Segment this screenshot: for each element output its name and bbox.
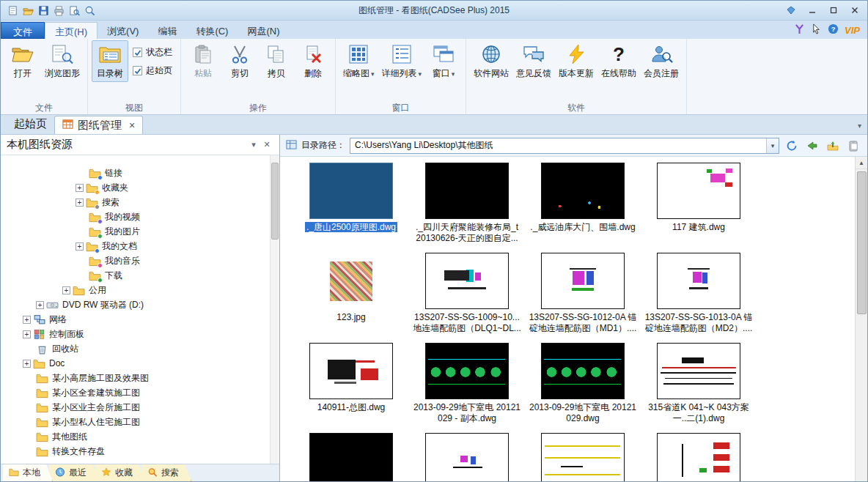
open-file-icon[interactable]: [22, 4, 34, 16]
feedback-button[interactable]: 意见反馈: [512, 40, 555, 82]
tree-item[interactable]: +搜索: [1, 195, 270, 210]
save-icon[interactable]: [37, 4, 50, 16]
pane-menu-chevron-icon[interactable]: ▾: [247, 140, 260, 149]
file-thumbnail[interactable]: [541, 163, 625, 219]
copy-button[interactable]: 拷贝: [258, 40, 295, 82]
pane-close-icon[interactable]: ✕: [260, 140, 273, 149]
scroll-up-icon[interactable]: ▲: [856, 157, 868, 169]
expand-plus-icon[interactable]: +: [76, 242, 84, 251]
minimize-button[interactable]: [802, 4, 822, 18]
tree-item[interactable]: 我的视频: [1, 210, 270, 224]
file-item[interactable]: 123.jpg: [296, 253, 406, 343]
tree-item[interactable]: 某小型私人住宅施工图: [1, 415, 270, 429]
file-item[interactable]: ._唐山2500原理图.dwg: [296, 163, 406, 253]
tree-item[interactable]: 回收站: [1, 341, 270, 356]
file-item[interactable]: [412, 433, 522, 481]
tab-start-page[interactable]: 起始页: [7, 114, 54, 134]
expand-plus-icon[interactable]: +: [76, 199, 84, 207]
magic-tool-icon[interactable]: [794, 23, 805, 37]
expand-plus-icon[interactable]: +: [76, 184, 84, 192]
refresh-button[interactable]: [784, 138, 800, 154]
sidebar-tab-搜索[interactable]: 搜索: [141, 464, 191, 481]
tab-file[interactable]: 文件: [1, 22, 45, 39]
tab-netdisk[interactable]: 网盘(N): [238, 22, 289, 39]
tab-drawing-management[interactable]: 图纸管理 ×: [54, 116, 143, 134]
path-combobox[interactable]: ▾: [350, 138, 779, 154]
page-zoom-icon[interactable]: [84, 4, 96, 16]
file-thumbnail[interactable]: [541, 343, 625, 399]
gem-icon[interactable]: [781, 4, 801, 18]
tree-item[interactable]: 我的图片: [1, 224, 270, 239]
tab-convert[interactable]: 转换(C): [186, 22, 238, 39]
statusbar-checkbox[interactable]: 状态栏: [133, 46, 172, 59]
expand-plus-icon[interactable]: +: [62, 286, 70, 294]
file-thumbnail[interactable]: [657, 343, 740, 399]
sidebar-tab-本地[interactable]: 本地: [3, 464, 53, 481]
file-item[interactable]: [644, 433, 754, 481]
expand-plus-icon[interactable]: +: [23, 360, 31, 368]
window-button[interactable]: 窗口▾: [425, 40, 462, 82]
tree-item[interactable]: 我的音乐: [1, 253, 270, 268]
file-item[interactable]: 13S207-SS-SG-1012-0A 锚碇地连墙配筋图（MD1）....: [528, 253, 638, 343]
cut-button[interactable]: 剪切: [221, 40, 258, 82]
file-item[interactable]: 2013-09-29地下室电 20121029 - 副本.dwg: [412, 343, 522, 433]
file-thumbnail[interactable]: [425, 163, 509, 219]
file-item[interactable]: [296, 433, 406, 481]
tree-item[interactable]: +Doc: [1, 356, 270, 371]
up-folder-button[interactable]: [825, 138, 841, 154]
tree-item[interactable]: 转换文件存盘: [1, 444, 270, 459]
content-scrollbar[interactable]: ▲: [855, 157, 867, 481]
print-icon[interactable]: [53, 4, 65, 16]
file-thumbnail[interactable]: [309, 433, 393, 481]
tree-item[interactable]: 链接: [1, 166, 270, 180]
combo-dropdown-icon[interactable]: ▾: [766, 138, 779, 153]
content-scrollbar-thumb[interactable]: [857, 171, 867, 314]
tab-home[interactable]: 主页(H): [45, 22, 98, 39]
online-help-button[interactable]: ? 在线帮助: [597, 40, 640, 82]
path-input[interactable]: [350, 141, 766, 151]
detail-list-button[interactable]: 详细列表▾: [378, 40, 426, 82]
file-thumbnail[interactable]: [425, 433, 509, 481]
help-icon[interactable]: ?: [828, 23, 839, 37]
maximize-button[interactable]: [823, 4, 843, 18]
tab-view[interactable]: 浏览(V): [98, 22, 148, 39]
file-item[interactable]: 117 建筑.dwg: [644, 163, 754, 253]
new-document-icon[interactable]: [7, 4, 19, 16]
close-tab-icon[interactable]: ×: [129, 119, 135, 131]
file-thumbnail[interactable]: [309, 163, 393, 219]
delete-button[interactable]: 删除: [295, 40, 331, 82]
expand-plus-icon[interactable]: +: [36, 301, 44, 309]
version-update-button[interactable]: 版本更新: [555, 40, 597, 82]
tree-item[interactable]: +公用: [1, 283, 270, 297]
file-item[interactable]: ._威远油库大门、围墙.dwg: [528, 163, 638, 253]
tab-edit[interactable]: 编辑: [148, 22, 186, 39]
tree-item[interactable]: +网络: [1, 312, 270, 327]
file-item[interactable]: 315省道K 041~K 043方案一..二(1).dwg: [644, 343, 754, 433]
file-item[interactable]: 2013-09-29地下室电 20121029.dwg: [528, 343, 638, 433]
file-item[interactable]: 13S207-SS-SG-1013-0A 锚碇地连墙配筋图（MD2）....: [644, 253, 754, 343]
software-website-button[interactable]: 软件网站: [470, 40, 512, 82]
file-item[interactable]: [528, 433, 638, 481]
file-thumbnail[interactable]: [541, 433, 625, 481]
expand-plus-icon[interactable]: +: [23, 330, 31, 338]
file-item[interactable]: ._四川天府聚能装修布局_t 20130626-天正的图自定...: [412, 163, 522, 253]
file-thumbnail[interactable]: [541, 253, 625, 309]
expand-plus-icon[interactable]: +: [23, 316, 31, 324]
file-thumbnail[interactable]: [425, 343, 509, 399]
member-register-button[interactable]: 会员注册: [640, 40, 683, 82]
tree-item[interactable]: +收藏夹: [1, 180, 270, 195]
pointer-icon[interactable]: [811, 23, 822, 37]
tab-list-chevron-icon[interactable]: ▾: [858, 122, 861, 130]
tree-item[interactable]: +DVD RW 驱动器 (D:): [1, 297, 270, 312]
close-button[interactable]: [845, 4, 864, 18]
vip-badge[interactable]: VIP: [845, 25, 860, 36]
tree-scrollbar-thumb[interactable]: [271, 163, 279, 240]
file-thumbnail[interactable]: [309, 253, 393, 309]
tree-item[interactable]: 某小区业主会所施工图: [1, 400, 270, 415]
sidebar-tab-收藏[interactable]: 收藏: [95, 464, 145, 481]
paste-button[interactable]: 粘贴: [185, 40, 221, 82]
directory-tree-button[interactable]: 目录树: [92, 40, 128, 82]
open-button[interactable]: 打开: [4, 40, 41, 82]
file-thumbnail[interactable]: [657, 433, 740, 481]
tree-scrollbar[interactable]: [270, 155, 279, 464]
